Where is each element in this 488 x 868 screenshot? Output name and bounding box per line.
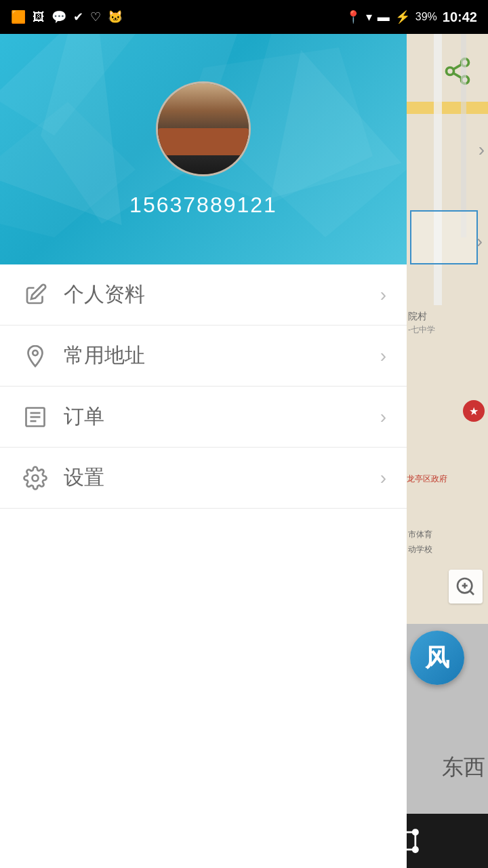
menu-item-orders[interactable]: 订单 › [0,387,407,448]
svg-point-5 [33,350,38,355]
battery-icon: ⚡ [395,9,410,24]
orders-icon [20,402,50,432]
map-label-school2: 动学校 [408,544,432,555]
float-action-button[interactable]: 风 [410,631,464,685]
location-pin-icon [20,341,50,371]
wifi-icon: ▾ [366,9,372,24]
menu-item-address[interactable]: 常用地址 › [0,326,407,387]
map-star-marker: ★ [463,400,485,422]
signal-icon: ▬ [378,10,390,24]
map-label-yuancun: 院村 [408,311,427,323]
svg-point-10 [33,475,39,481]
map-box [410,210,478,264]
avatar [156,81,251,176]
app-icon-5: ♡ [90,9,101,24]
orders-arrow: › [380,406,386,428]
orders-label: 订单 [64,403,380,431]
settings-arrow: › [380,467,386,489]
location-icon: 📍 [346,9,361,24]
left-panel: 15637889121 个人资料 › 常用地址 › [0,34,407,868]
map-label-school: -七中学 [408,324,435,336]
status-bar: 🟧 🖼 💬 ✔ ♡ 🐱 📍 ▾ ▬ ⚡ 39% 10:42 [0,0,488,34]
clock: 10:42 [443,9,477,25]
profile-header: 15637889121 [0,34,407,264]
app-icon-1: 🟧 [11,9,26,24]
app-icon-3: 💬 [52,9,66,24]
right-panel: › › 院村 -七中学 ★ 龙亭区政府 市体育 动学校 [407,34,488,868]
status-icons-left: 🟧 🖼 💬 ✔ ♡ 🐱 [11,9,123,24]
map-label-gov: 龙亭区政府 [407,473,447,485]
float-btn-icon: 风 [425,642,449,675]
svg-marker-0 [0,34,136,136]
menu-list: 个人资料 › 常用地址 › 订单 › [0,264,407,868]
svg-line-17 [470,591,474,595]
main-layout: 15637889121 个人资料 › 常用地址 › [0,34,488,868]
map-road-v2 [461,34,466,237]
personal-label: 个人资料 [64,281,380,309]
map-bottom-text: 东西 [407,753,488,783]
address-arrow: › [380,345,386,367]
app-icon-6: 🐱 [108,9,123,24]
gear-icon [20,463,50,493]
svg-marker-3 [0,102,136,237]
map-road-v1 [434,34,442,305]
settings-label: 设置 [64,464,380,492]
status-icons-right: 📍 ▾ ▬ ⚡ 39% 10:42 [346,9,477,25]
app-icon-2: 🖼 [33,10,45,24]
personal-arrow: › [380,284,386,306]
avatar-image [158,83,249,174]
map-label-sports: 市体育 [408,529,432,540]
map-road-h [407,102,488,114]
address-label: 常用地址 [64,342,380,370]
map-chevron-2[interactable]: › [476,231,483,252]
phone-number: 15637889121 [129,193,277,218]
zoom-in-button[interactable] [449,570,483,604]
app-icon-4: ✔ [73,9,83,24]
menu-item-settings[interactable]: 设置 › [0,448,407,509]
svg-point-12 [447,68,454,75]
menu-item-personal[interactable]: 个人资料 › [0,264,407,326]
edit-icon [20,280,50,310]
map-chevron-1[interactable]: › [479,139,485,161]
battery-percent: 39% [415,11,437,23]
map-background: › › 院村 -七中学 ★ 龙亭区政府 市体育 动学校 [407,34,488,868]
